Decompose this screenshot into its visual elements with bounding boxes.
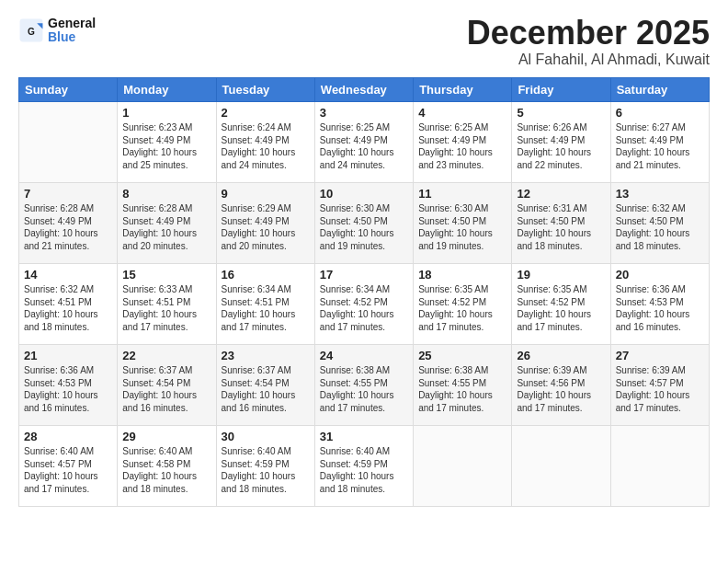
- title-block: December 2025 Al Fahahil, Al Ahmadi, Kuw…: [467, 17, 710, 68]
- day-info: Sunrise: 6:24 AM Sunset: 4:49 PM Dayligh…: [222, 121, 310, 171]
- day-info: Sunrise: 6:35 AM Sunset: 4:52 PM Dayligh…: [418, 283, 506, 333]
- day-info: Sunrise: 6:37 AM Sunset: 4:54 PM Dayligh…: [122, 364, 210, 414]
- calendar-week-row: 14Sunrise: 6:32 AM Sunset: 4:51 PM Dayli…: [19, 264, 710, 345]
- day-info: Sunrise: 6:31 AM Sunset: 4:50 PM Dayligh…: [517, 202, 605, 252]
- calendar-day-cell: 23Sunrise: 6:37 AM Sunset: 4:54 PM Dayli…: [216, 345, 314, 426]
- day-number: 12: [517, 187, 605, 201]
- day-info: Sunrise: 6:36 AM Sunset: 4:53 PM Dayligh…: [616, 283, 704, 333]
- calendar-day-cell: 4Sunrise: 6:25 AM Sunset: 4:49 PM Daylig…: [414, 102, 512, 183]
- day-number: 29: [122, 430, 210, 443]
- calendar-day-cell: 13Sunrise: 6:32 AM Sunset: 4:50 PM Dayli…: [610, 183, 709, 264]
- calendar-day-cell: 16Sunrise: 6:34 AM Sunset: 4:51 PM Dayli…: [216, 264, 314, 345]
- day-info: Sunrise: 6:28 AM Sunset: 4:49 PM Dayligh…: [24, 202, 112, 252]
- calendar-day-cell: 15Sunrise: 6:33 AM Sunset: 4:51 PM Dayli…: [118, 264, 216, 345]
- location-title: Al Fahahil, Al Ahmadi, Kuwait: [467, 52, 710, 68]
- day-number: 11: [418, 187, 506, 201]
- calendar-table: SundayMondayTuesdayWednesdayThursdayFrid…: [18, 77, 710, 507]
- calendar-day-cell: 7Sunrise: 6:28 AM Sunset: 4:49 PM Daylig…: [19, 183, 118, 264]
- calendar-day-cell: 14Sunrise: 6:32 AM Sunset: 4:51 PM Dayli…: [19, 264, 118, 345]
- calendar-day-cell: 21Sunrise: 6:36 AM Sunset: 4:53 PM Dayli…: [19, 345, 118, 426]
- day-info: Sunrise: 6:37 AM Sunset: 4:54 PM Dayligh…: [222, 364, 310, 414]
- calendar-day-cell: [512, 426, 610, 507]
- calendar-day-cell: 17Sunrise: 6:34 AM Sunset: 4:52 PM Dayli…: [314, 264, 413, 345]
- day-info: Sunrise: 6:36 AM Sunset: 4:53 PM Dayligh…: [24, 364, 112, 414]
- logo-icon: G: [18, 17, 44, 43]
- calendar-day-cell: 22Sunrise: 6:37 AM Sunset: 4:54 PM Dayli…: [118, 345, 216, 426]
- header-row: G General Blue December 2025 Al Fahahil,…: [18, 17, 710, 68]
- weekday-header-friday: Friday: [512, 78, 610, 102]
- day-number: 19: [517, 268, 605, 282]
- day-info: Sunrise: 6:32 AM Sunset: 4:51 PM Dayligh…: [24, 283, 112, 333]
- weekday-header-row: SundayMondayTuesdayWednesdayThursdayFrid…: [19, 78, 710, 102]
- calendar-week-row: 28Sunrise: 6:40 AM Sunset: 4:57 PM Dayli…: [19, 426, 710, 507]
- day-number: 18: [418, 268, 506, 282]
- calendar-day-cell: 31Sunrise: 6:40 AM Sunset: 4:59 PM Dayli…: [314, 426, 413, 507]
- calendar-day-cell: [414, 426, 512, 507]
- day-info: Sunrise: 6:25 AM Sunset: 4:49 PM Dayligh…: [320, 121, 408, 171]
- day-info: Sunrise: 6:26 AM Sunset: 4:49 PM Dayligh…: [517, 121, 605, 171]
- day-number: 28: [24, 430, 112, 443]
- day-info: Sunrise: 6:38 AM Sunset: 4:55 PM Dayligh…: [418, 364, 506, 414]
- calendar-week-row: 7Sunrise: 6:28 AM Sunset: 4:49 PM Daylig…: [19, 183, 710, 264]
- calendar-day-cell: 10Sunrise: 6:30 AM Sunset: 4:50 PM Dayli…: [314, 183, 413, 264]
- day-info: Sunrise: 6:30 AM Sunset: 4:50 PM Dayligh…: [418, 202, 506, 252]
- day-number: 2: [222, 106, 310, 120]
- day-info: Sunrise: 6:29 AM Sunset: 4:49 PM Dayligh…: [222, 202, 310, 252]
- calendar-day-cell: 25Sunrise: 6:38 AM Sunset: 4:55 PM Dayli…: [414, 345, 512, 426]
- calendar-day-cell: 3Sunrise: 6:25 AM Sunset: 4:49 PM Daylig…: [314, 102, 413, 183]
- day-number: 1: [122, 106, 210, 120]
- calendar-day-cell: 11Sunrise: 6:30 AM Sunset: 4:50 PM Dayli…: [414, 183, 512, 264]
- day-info: Sunrise: 6:40 AM Sunset: 4:58 PM Dayligh…: [122, 445, 210, 495]
- weekday-header-thursday: Thursday: [414, 78, 512, 102]
- day-info: Sunrise: 6:40 AM Sunset: 4:59 PM Dayligh…: [222, 445, 310, 495]
- day-number: 24: [320, 349, 408, 362]
- svg-text:G: G: [28, 27, 35, 37]
- calendar-day-cell: 1Sunrise: 6:23 AM Sunset: 4:49 PM Daylig…: [118, 102, 216, 183]
- calendar-day-cell: 27Sunrise: 6:39 AM Sunset: 4:57 PM Dayli…: [610, 345, 709, 426]
- day-info: Sunrise: 6:34 AM Sunset: 4:51 PM Dayligh…: [222, 283, 310, 333]
- weekday-header-tuesday: Tuesday: [216, 78, 314, 102]
- day-number: 22: [122, 349, 210, 362]
- day-number: 7: [24, 187, 112, 201]
- day-info: Sunrise: 6:32 AM Sunset: 4:50 PM Dayligh…: [616, 202, 704, 252]
- day-info: Sunrise: 6:28 AM Sunset: 4:49 PM Dayligh…: [122, 202, 210, 252]
- calendar-week-row: 21Sunrise: 6:36 AM Sunset: 4:53 PM Dayli…: [19, 345, 710, 426]
- day-info: Sunrise: 6:38 AM Sunset: 4:55 PM Dayligh…: [320, 364, 408, 414]
- day-info: Sunrise: 6:39 AM Sunset: 4:56 PM Dayligh…: [517, 364, 605, 414]
- day-number: 5: [517, 106, 605, 120]
- day-info: Sunrise: 6:34 AM Sunset: 4:52 PM Dayligh…: [320, 283, 408, 333]
- day-number: 27: [616, 349, 704, 362]
- logo: G General Blue: [18, 17, 96, 45]
- day-number: 10: [320, 187, 408, 201]
- day-number: 8: [122, 187, 210, 201]
- weekday-header-monday: Monday: [118, 78, 216, 102]
- day-number: 26: [517, 349, 605, 362]
- day-number: 9: [222, 187, 310, 201]
- day-number: 17: [320, 268, 408, 282]
- calendar-day-cell: 18Sunrise: 6:35 AM Sunset: 4:52 PM Dayli…: [414, 264, 512, 345]
- calendar-day-cell: 9Sunrise: 6:29 AM Sunset: 4:49 PM Daylig…: [216, 183, 314, 264]
- day-info: Sunrise: 6:30 AM Sunset: 4:50 PM Dayligh…: [320, 202, 408, 252]
- calendar-day-cell: 30Sunrise: 6:40 AM Sunset: 4:59 PM Dayli…: [216, 426, 314, 507]
- calendar-day-cell: [610, 426, 709, 507]
- logo-text: General Blue: [48, 17, 96, 45]
- day-number: 15: [122, 268, 210, 282]
- calendar-week-row: 1Sunrise: 6:23 AM Sunset: 4:49 PM Daylig…: [19, 102, 710, 183]
- calendar-day-cell: 24Sunrise: 6:38 AM Sunset: 4:55 PM Dayli…: [314, 345, 413, 426]
- day-number: 20: [616, 268, 704, 282]
- day-info: Sunrise: 6:39 AM Sunset: 4:57 PM Dayligh…: [616, 364, 704, 414]
- day-number: 23: [222, 349, 310, 362]
- calendar-day-cell: 5Sunrise: 6:26 AM Sunset: 4:49 PM Daylig…: [512, 102, 610, 183]
- day-number: 14: [24, 268, 112, 282]
- day-number: 4: [418, 106, 506, 120]
- day-number: 25: [418, 349, 506, 362]
- day-info: Sunrise: 6:23 AM Sunset: 4:49 PM Dayligh…: [122, 121, 210, 171]
- day-number: 30: [222, 430, 310, 443]
- day-number: 31: [320, 430, 408, 443]
- day-info: Sunrise: 6:27 AM Sunset: 4:49 PM Dayligh…: [616, 121, 704, 171]
- weekday-header-wednesday: Wednesday: [314, 78, 413, 102]
- day-number: 6: [616, 106, 704, 120]
- calendar-day-cell: 12Sunrise: 6:31 AM Sunset: 4:50 PM Dayli…: [512, 183, 610, 264]
- calendar-day-cell: 20Sunrise: 6:36 AM Sunset: 4:53 PM Dayli…: [610, 264, 709, 345]
- day-info: Sunrise: 6:25 AM Sunset: 4:49 PM Dayligh…: [418, 121, 506, 171]
